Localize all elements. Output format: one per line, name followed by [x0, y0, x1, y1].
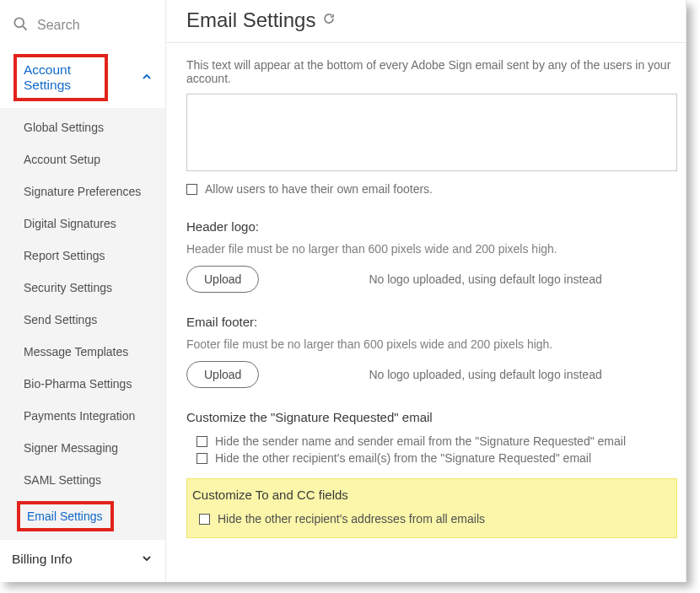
checkbox-hide-sender[interactable]: Hide the sender name and sender email fr… — [197, 433, 677, 450]
checkbox-icon — [197, 453, 207, 464]
upload-email-footer-button[interactable]: Upload — [186, 361, 259, 388]
email-footer-help: Footer file must be no larger than 600 p… — [186, 337, 677, 351]
header-logo-label: Header logo: — [186, 219, 677, 234]
email-footer-label: Email footer: — [186, 315, 677, 329]
customize-tocc-label: Customize To and CC fields — [192, 488, 676, 502]
search-placeholder: Search — [37, 18, 80, 33]
sidebar: Search Account Settings Global Settings … — [0, 0, 166, 582]
highlight-email-settings: Email Settings — [17, 501, 114, 531]
sidebar-item-saml-settings[interactable]: SAML Settings — [0, 464, 165, 496]
sidebar-item-security-settings[interactable]: Security Settings — [0, 272, 165, 304]
sidebar-item-send-settings[interactable]: Send Settings — [0, 304, 165, 336]
page-title: Email Settings — [186, 8, 315, 32]
sidebar-item-biopharma[interactable]: Bio-Pharma Settings — [0, 368, 165, 400]
chevron-down-icon — [142, 552, 152, 567]
sidebar-item-report-settings[interactable]: Report Settings — [0, 240, 165, 272]
sidebar-item-global-settings[interactable]: Global Settings — [0, 111, 165, 143]
sidebar-section-label: Account Settings — [24, 62, 71, 92]
svg-point-0 — [14, 18, 24, 27]
chevron-up-icon — [142, 72, 152, 84]
sidebar-section-account[interactable]: Account Settings — [0, 47, 165, 108]
sidebar-section-billing[interactable]: Billing Info — [0, 540, 165, 575]
checkbox-label: Hide the sender name and sender email fr… — [215, 434, 626, 448]
refresh-icon[interactable] — [322, 12, 336, 29]
sidebar-item-signature-prefs[interactable]: Signature Preferences — [0, 175, 165, 208]
customize-sigreq-label: Customize the "Signature Requested" emai… — [186, 410, 677, 424]
checkbox-icon — [186, 184, 197, 195]
checkbox-label: Hide the other recipient's addresses fro… — [218, 512, 485, 526]
sidebar-item-digital-signatures[interactable]: Digital Signatures — [0, 208, 165, 240]
sidebar-item-message-templates[interactable]: Message Templates — [0, 336, 165, 368]
sidebar-item-account-setup[interactable]: Account Setup — [0, 143, 165, 175]
sidebar-submenu: Global Settings Account Setup Signature … — [0, 108, 165, 540]
upload-header-logo-button[interactable]: Upload — [186, 266, 259, 293]
sidebar-section-label: Billing Info — [12, 552, 73, 567]
highlight-account-settings: Account Settings — [13, 54, 108, 101]
sidebar-item-payments[interactable]: Payments Integration — [0, 400, 165, 432]
footer-description: This text will appear at the bottom of e… — [186, 58, 677, 85]
checkbox-icon — [199, 514, 210, 525]
checkbox-allow-own-footer[interactable]: Allow users to have their own email foot… — [186, 181, 677, 197]
email-footer-textarea[interactable] — [186, 94, 677, 171]
checkbox-label: Allow users to have their own email foot… — [205, 182, 433, 196]
sidebar-item-email-settings[interactable]: Email Settings — [0, 496, 165, 536]
main-panel: Email Settings This text will appear at … — [166, 0, 686, 582]
checkbox-icon — [197, 436, 207, 447]
highlight-to-cc-section: Customize To and CC fields Hide the othe… — [186, 478, 677, 538]
checkbox-hide-other-recipients[interactable]: Hide the other recipient's email(s) from… — [197, 450, 677, 466]
sidebar-item-label: Email Settings — [27, 509, 102, 523]
email-footer-status: No logo uploaded, using default logo ins… — [369, 368, 601, 381]
checkbox-hide-all-recipients[interactable]: Hide the other recipient's addresses fro… — [199, 510, 676, 527]
svg-line-1 — [23, 26, 27, 30]
header-logo-help: Header file must be no larger than 600 p… — [186, 242, 677, 256]
header-logo-status: No logo uploaded, using default logo ins… — [369, 272, 601, 286]
checkbox-label: Hide the other recipient's email(s) from… — [215, 451, 591, 465]
search-icon — [12, 15, 29, 35]
search-input[interactable]: Search — [0, 7, 165, 47]
sidebar-item-signer-messaging[interactable]: Signer Messaging — [0, 432, 165, 464]
